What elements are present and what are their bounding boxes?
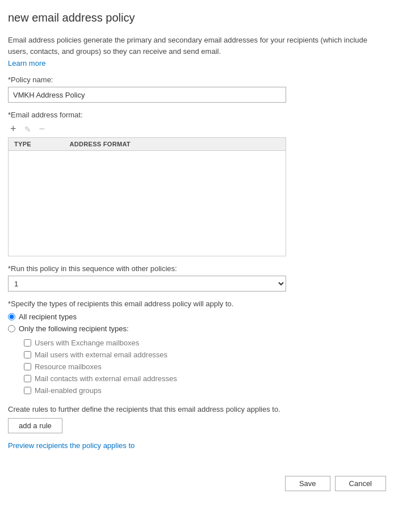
policy-name-input[interactable] [8,87,286,103]
checkbox-external-email-label: Mail users with external email addresses [35,351,167,359]
recipient-type-radio-group: All recipient types Only the following r… [8,313,386,333]
checkbox-mail-groups-label: Mail-enabled groups [35,386,102,395]
checkbox-resource-mailboxes[interactable]: Resource mailboxes [24,362,386,371]
pencil-icon: ✎ [24,125,31,134]
checkbox-resource-input[interactable] [24,363,31,370]
checkbox-mail-groups[interactable]: Mail-enabled groups [24,386,386,395]
recipient-type-checkbox-group: Users with Exchange mailboxes Mail users… [24,339,386,395]
radio-specific-label: Only the following recipient types: [19,324,129,333]
email-format-toolbar: + ✎ − [8,123,386,135]
learn-more-link[interactable]: Learn more [8,59,45,67]
description-text: Email address policies generate the prim… [8,35,386,57]
col-header-type: TYPE [9,138,64,151]
checkbox-exchange-label: Users with Exchange mailboxes [35,339,139,347]
edit-address-button[interactable]: ✎ [22,123,33,135]
email-address-format-label: *Email address format: [8,111,386,119]
checkbox-mail-contacts[interactable]: Mail contacts with external email addres… [24,374,386,383]
radio-specific-recipient-types[interactable]: Only the following recipient types: [8,324,386,333]
address-format-table: TYPE ADDRESS FORMAT [9,138,286,151]
checkbox-mail-contacts-input[interactable] [24,375,31,382]
remove-address-button[interactable]: − [37,123,48,135]
add-address-button[interactable]: + [8,123,19,135]
sequence-label: *Run this policy in this sequence with o… [8,264,386,273]
sequence-select[interactable]: 1 2 3 4 5 [8,276,286,292]
checkbox-mail-contacts-label: Mail contacts with external email addres… [35,374,177,383]
checkbox-mail-groups-input[interactable] [24,387,31,394]
page-title: new email address policy [8,11,386,24]
recipient-types-label: *Specify the types of recipients this em… [8,299,386,308]
table-header-row: TYPE ADDRESS FORMAT [9,138,286,151]
rules-description: Create rules to further define the recip… [8,405,386,413]
checkbox-resource-label: Resource mailboxes [35,362,102,371]
checkbox-exchange-input[interactable] [24,339,31,347]
preview-recipients-link[interactable]: Preview recipients the policy applies to [8,441,135,450]
radio-all-input[interactable] [8,313,15,320]
checkbox-external-email[interactable]: Mail users with external email addresses [24,351,386,359]
checkbox-external-email-input[interactable] [24,351,31,358]
radio-specific-input[interactable] [8,325,15,332]
radio-all-recipient-types[interactable]: All recipient types [8,313,386,321]
address-format-table-container: TYPE ADDRESS FORMAT [8,137,286,256]
radio-all-label: All recipient types [19,313,77,321]
footer-buttons: Save Cancel [8,467,386,491]
save-button[interactable]: Save [285,476,330,491]
policy-name-label: *Policy name: [8,75,386,84]
col-header-address-format: ADDRESS FORMAT [64,138,286,151]
cancel-button[interactable]: Cancel [335,476,386,491]
add-rule-button[interactable]: add a rule [8,418,62,433]
checkbox-exchange-mailboxes[interactable]: Users with Exchange mailboxes [24,339,386,347]
